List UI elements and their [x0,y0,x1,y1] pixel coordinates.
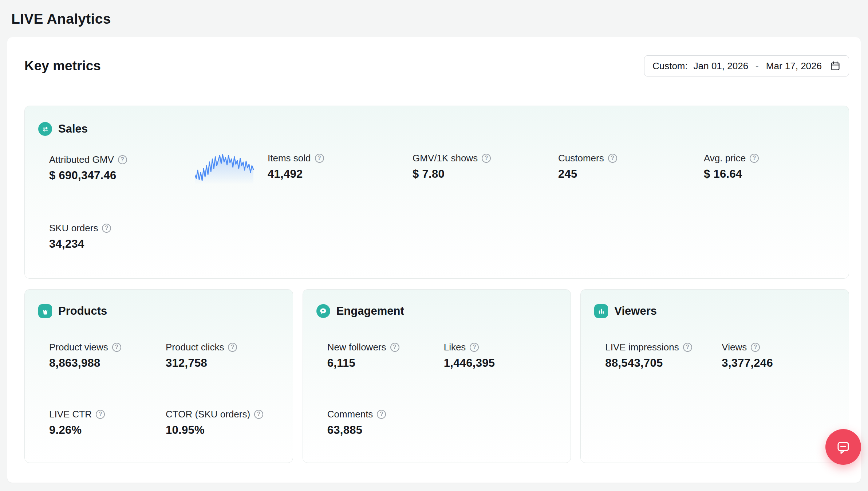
transfer-arrows-icon [38,122,52,136]
date-range-end: Mar 17, 2026 [766,60,822,72]
metric-value: 245 [558,168,704,181]
question-mark-icon[interactable]: ? [377,410,386,419]
sales-section: Sales Attributed GMV ? $ 690,347.46 [24,106,849,279]
page-title: LIVE Analytics [11,11,857,27]
metric-value: 8,863,988 [49,357,166,370]
metric-views: Views ? 3,377,246 [722,341,835,370]
metric-label: Customers [558,153,604,164]
metric-comments: Comments ? 63,885 [327,408,444,437]
key-metrics-header: Key metrics Custom: Jan 01, 2026 - Mar 1… [24,55,849,76]
calendar-icon[interactable] [830,60,841,71]
metric-value: 10.95% [166,424,279,437]
metric-value: 6,115 [327,357,444,370]
engagement-metrics-grid: New followers ? 6,115 Likes ? 1,446,395 … [327,341,557,437]
metric-value: 3,377,246 [722,357,835,370]
viewers-metrics-grid: LIVE impressions ? 88,543,705 Views ? 3,… [605,341,835,370]
products-metrics-grid: Product views ? 8,863,988 Product clicks… [49,341,279,437]
metric-label: Attributed GMV [49,154,114,165]
products-title: Products [58,305,107,318]
metric-label: SKU orders [49,223,98,234]
metric-attributed-gmv: Attributed GMV ? $ 690,347.46 [49,152,268,184]
metric-live-impressions: LIVE impressions ? 88,543,705 [605,341,722,370]
engagement-header: Engagement [316,304,557,318]
metric-label: New followers [327,342,386,353]
metric-value: $ 7.80 [413,168,558,181]
metric-value: 312,758 [166,357,279,370]
products-header: Products [38,304,279,318]
metric-product-views: Product views ? 8,863,988 [49,341,166,370]
metric-value: $ 16.64 [704,168,835,181]
page-header: LIVE Analytics [0,0,868,37]
question-mark-icon[interactable]: ? [118,155,127,164]
metric-avg-price: Avg. price ? $ 16.64 [704,152,835,184]
metric-label: Product clicks [166,342,224,353]
chat-support-icon [835,438,852,456]
metric-new-followers: New followers ? 6,115 [327,341,444,370]
sales-metrics-grid: Attributed GMV ? $ 690,347.46 [49,152,835,251]
metric-label: Product views [49,342,108,353]
metric-label: Items sold [268,153,311,164]
metric-label: Avg. price [704,153,746,164]
metric-label: GMV/1K shows [413,153,478,164]
question-mark-icon[interactable]: ? [96,410,105,419]
engagement-section: Engagement New followers ? 6,115 Likes ?… [303,289,571,463]
question-mark-icon[interactable]: ? [315,154,324,163]
question-mark-icon[interactable]: ? [608,154,617,163]
chat-support-button[interactable] [825,429,861,465]
shopping-bag-icon [38,304,52,318]
metric-value: 63,885 [327,424,444,437]
metric-value: 41,492 [268,168,413,181]
metric-label: Comments [327,409,373,420]
metric-value: $ 690,347.46 [49,169,195,183]
bottom-sections-row: Products Product views ? 8,863,988 Produ… [24,289,849,463]
date-range-start: Jan 01, 2026 [694,60,748,72]
question-mark-icon[interactable]: ? [112,343,121,352]
viewers-header: Viewers [594,304,835,318]
question-mark-icon[interactable]: ? [102,224,111,233]
metric-customers: Customers ? 245 [558,152,704,184]
question-mark-icon[interactable]: ? [683,343,692,352]
metric-sku-orders: SKU orders ? 34,234 [49,222,268,251]
key-metrics-title: Key metrics [24,58,101,74]
sales-header: Sales [38,122,835,136]
metric-label: LIVE CTR [49,409,92,420]
metric-label: CTOR (SKU orders) [166,409,250,420]
date-range-prefix: Custom: [652,60,688,72]
engagement-title: Engagement [336,305,404,318]
metric-label: LIVE impressions [605,342,679,353]
metric-value: 1,446,395 [444,357,557,370]
question-mark-icon[interactable]: ? [751,343,760,352]
sales-title: Sales [58,122,88,135]
question-mark-icon[interactable]: ? [470,343,479,352]
viewers-section: Viewers LIVE impressions ? 88,543,705 Vi… [580,289,849,463]
metric-value: 88,543,705 [605,357,722,370]
question-mark-icon[interactable]: ? [228,343,237,352]
question-mark-icon[interactable]: ? [254,410,263,419]
key-metrics-panel: Key metrics Custom: Jan 01, 2026 - Mar 1… [7,37,861,483]
products-section: Products Product views ? 8,863,988 Produ… [24,289,293,463]
metric-likes: Likes ? 1,446,395 [444,341,557,370]
metric-gmv-1k-shows: GMV/1K shows ? $ 7.80 [413,152,558,184]
question-mark-icon[interactable]: ? [482,154,491,163]
gmv-sparkline-chart [195,151,254,184]
metric-value: 9.26% [49,424,166,437]
date-range-separator: - [754,60,760,72]
question-mark-icon[interactable]: ? [750,154,759,163]
date-range-selector[interactable]: Custom: Jan 01, 2026 - Mar 17, 2026 [644,55,849,76]
bar-chart-icon [594,304,608,318]
metric-product-clicks: Product clicks ? 312,758 [166,341,279,370]
metric-live-ctr: LIVE CTR ? 9.26% [49,408,166,437]
metric-ctor-sku-orders: CTOR (SKU orders) ? 10.95% [166,408,279,437]
metric-value: 34,234 [49,237,268,251]
question-mark-icon[interactable]: ? [390,343,399,352]
chat-bubble-icon [316,304,330,318]
metric-label: Views [722,342,747,353]
metric-items-sold: Items sold ? 41,492 [268,152,413,184]
viewers-title: Viewers [614,305,657,318]
metric-label: Likes [444,342,466,353]
